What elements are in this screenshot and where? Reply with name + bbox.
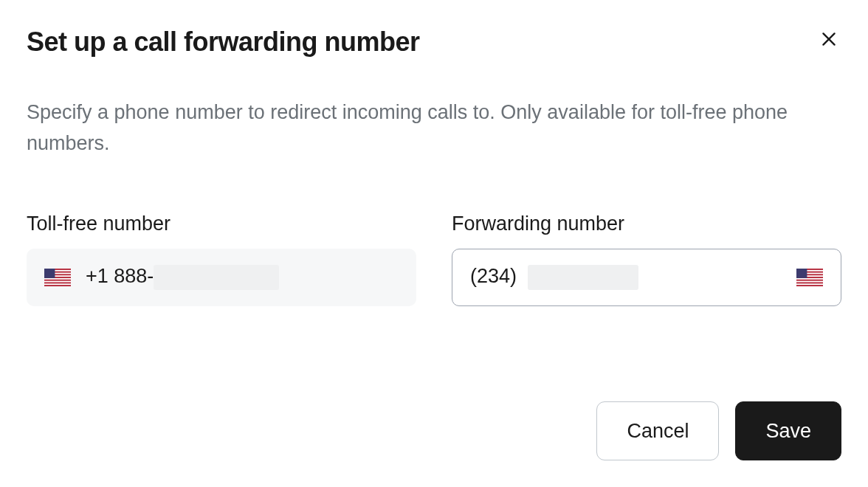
toll-free-label: Toll-free number: [27, 213, 416, 235]
us-flag-icon[interactable]: [796, 269, 823, 286]
toll-free-field: Toll-free number +1 888-: [27, 213, 416, 306]
redacted-number: [528, 265, 638, 290]
toll-free-display: +1 888-: [27, 249, 416, 306]
close-button[interactable]: [816, 27, 841, 52]
svg-rect-9: [44, 269, 55, 278]
forwarding-field: Forwarding number (234): [452, 213, 841, 306]
redacted-number: [154, 265, 279, 290]
save-button[interactable]: Save: [735, 401, 841, 460]
forwarding-label: Forwarding number: [452, 213, 841, 235]
modal-title: Set up a call forwarding number: [27, 27, 420, 58]
forwarding-input[interactable]: (234): [452, 249, 841, 306]
close-icon: [819, 30, 838, 49]
cancel-button[interactable]: Cancel: [596, 401, 719, 460]
forwarding-prefix: (234): [470, 265, 517, 287]
forwarding-value: (234): [470, 265, 638, 290]
svg-rect-17: [796, 269, 807, 278]
modal-header: Set up a call forwarding number: [27, 27, 841, 58]
modal-description: Specify a phone number to redirect incom…: [27, 97, 841, 159]
svg-rect-14: [796, 278, 823, 280]
svg-rect-16: [796, 283, 823, 285]
toll-free-value: +1 888-: [86, 265, 279, 290]
svg-rect-6: [44, 278, 71, 280]
us-flag-icon: [44, 269, 71, 286]
svg-rect-15: [796, 280, 823, 282]
fields-row: Toll-free number +1 888-: [27, 213, 841, 306]
svg-rect-8: [44, 283, 71, 285]
toll-free-prefix: +1 888-: [86, 265, 154, 287]
svg-rect-7: [44, 280, 71, 282]
call-forwarding-modal: Set up a call forwarding number Specify …: [27, 27, 841, 460]
modal-footer: Cancel Save: [27, 401, 841, 460]
